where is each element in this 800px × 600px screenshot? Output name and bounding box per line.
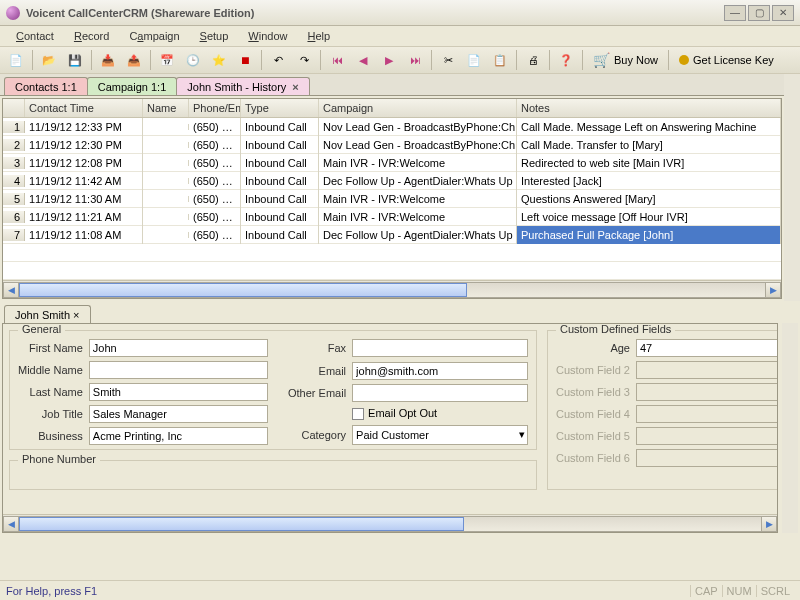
custom4-input[interactable] <box>636 405 778 423</box>
cart-icon: 🛒 <box>593 52 610 68</box>
age-input[interactable] <box>636 339 778 357</box>
col-time[interactable]: Contact Time <box>25 99 143 117</box>
col-type[interactable]: Type <box>241 99 319 117</box>
stop-icon[interactable]: ⏹ <box>233 49 257 71</box>
save-icon[interactable]: 💾 <box>63 49 87 71</box>
menu-help[interactable]: Help <box>299 28 338 44</box>
menu-contact[interactable]: Contact <box>8 28 62 44</box>
email-input[interactable] <box>352 362 528 380</box>
new-icon[interactable]: 📄 <box>4 49 28 71</box>
maximize-button[interactable]: ▢ <box>748 5 770 21</box>
grid-hscroll[interactable]: ◀ ▶ <box>3 280 781 298</box>
close-button[interactable]: ✕ <box>772 5 794 21</box>
fax-label: Fax <box>288 342 346 354</box>
copy-icon[interactable]: 📄 <box>462 49 486 71</box>
table-row[interactable]: 711/19/12 11:08 AM(650) …Inbound CallDec… <box>3 226 781 244</box>
undo-icon[interactable]: ↶ <box>266 49 290 71</box>
detail-hscroll[interactable]: ◀ ▶ <box>3 514 777 532</box>
table-row[interactable]: 111/19/12 12:33 PM(650) …Inbound CallNov… <box>3 118 781 136</box>
upper-tabs: Contacts 1:1 Campaign 1:1 John Smith - H… <box>0 74 784 96</box>
grid-corner <box>3 99 25 117</box>
star-icon[interactable]: ⭐ <box>207 49 231 71</box>
detail-tab[interactable]: John Smith × <box>4 305 91 323</box>
open-icon[interactable]: 📂 <box>37 49 61 71</box>
next-icon[interactable]: ▶ <box>377 49 401 71</box>
menu-campaign[interactable]: Campaign <box>121 28 187 44</box>
col-campaign[interactable]: Campaign <box>319 99 517 117</box>
row-number: 2 <box>3 139 25 151</box>
scroll-right-icon[interactable]: ▶ <box>761 516 777 532</box>
custom-legend: Custom Defined Fields <box>556 323 675 335</box>
col-phone[interactable]: Phone/Em <box>189 99 241 117</box>
prev-icon[interactable]: ◀ <box>351 49 375 71</box>
table-row[interactable]: 611/19/12 11:21 AM(650) …Inbound CallMai… <box>3 208 781 226</box>
fax-input[interactable] <box>352 339 528 357</box>
first-name-input[interactable] <box>89 339 268 357</box>
schedule-icon[interactable]: 📅 <box>155 49 179 71</box>
custom6-input[interactable] <box>636 449 778 467</box>
scroll-thumb[interactable] <box>19 283 467 297</box>
history-grid: Contact Time Name Phone/Em Type Campaign… <box>2 98 782 299</box>
chevron-down-icon: ▾ <box>519 428 525 441</box>
first-name-label: First Name <box>18 342 83 354</box>
scroll-right-icon[interactable]: ▶ <box>765 282 781 298</box>
tab-history[interactable]: John Smith - History× <box>176 77 309 95</box>
detail-vscroll[interactable] <box>782 323 798 533</box>
custom3-input[interactable] <box>636 383 778 401</box>
export-icon[interactable]: 📤 <box>122 49 146 71</box>
cut-icon[interactable]: ✂ <box>436 49 460 71</box>
col-notes[interactable]: Notes <box>517 99 781 117</box>
tab-close-icon[interactable]: × <box>292 81 298 93</box>
toolbar: 📄 📂 💾 📥 📤 📅 🕒 ⭐ ⏹ ↶ ↷ ⏮ ◀ ▶ ⏭ ✂ 📄 📋 🖨 ❓ … <box>0 46 800 74</box>
table-row[interactable]: 411/19/12 11:42 AM(650) …Inbound CallDec… <box>3 172 781 190</box>
grid-empty-row[interactable] <box>3 262 781 280</box>
print-icon[interactable]: 🖨 <box>521 49 545 71</box>
tab-campaign[interactable]: Campaign 1:1 <box>87 77 178 95</box>
scroll-left-icon[interactable]: ◀ <box>3 282 19 298</box>
table-row[interactable]: 211/19/12 12:30 PM(650) …Inbound CallNov… <box>3 136 781 154</box>
upper-vscroll[interactable] <box>784 74 800 301</box>
license-button[interactable]: Get License Key <box>673 54 780 66</box>
row-number: 5 <box>3 193 25 205</box>
other-email-input[interactable] <box>352 384 528 402</box>
menu-record[interactable]: Record <box>66 28 117 44</box>
last-name-input[interactable] <box>89 383 268 401</box>
business-input[interactable] <box>89 427 268 445</box>
app-logo-icon <box>6 6 20 20</box>
timer-icon[interactable]: 🕒 <box>181 49 205 71</box>
middle-name-label: Middle Name <box>18 364 83 376</box>
job-title-input[interactable] <box>89 405 268 423</box>
detail-tabs: John Smith × <box>0 301 800 323</box>
custom2-input[interactable] <box>636 361 778 379</box>
tab-close-icon[interactable]: × <box>73 309 79 321</box>
table-row[interactable]: 511/19/12 11:30 AM(650) …Inbound CallMai… <box>3 190 781 208</box>
import-icon[interactable]: 📥 <box>96 49 120 71</box>
email-label: Email <box>288 365 346 377</box>
buy-now-button[interactable]: 🛒Buy Now <box>587 52 664 68</box>
last-icon[interactable]: ⏭ <box>403 49 427 71</box>
opt-out-checkbox[interactable] <box>352 408 364 420</box>
col-name[interactable]: Name <box>143 99 189 117</box>
category-label: Category <box>288 429 346 441</box>
grid-empty-row[interactable] <box>3 244 781 262</box>
opt-out-row[interactable]: Email Opt Out <box>352 407 528 420</box>
category-select[interactable]: Paid Customer▾ <box>352 425 528 445</box>
scroll-thumb[interactable] <box>19 517 464 531</box>
middle-name-input[interactable] <box>89 361 268 379</box>
num-indicator: NUM <box>722 585 756 597</box>
first-icon[interactable]: ⏮ <box>325 49 349 71</box>
tab-contacts[interactable]: Contacts 1:1 <box>4 77 88 95</box>
menu-setup[interactable]: Setup <box>192 28 237 44</box>
paste-icon[interactable]: 📋 <box>488 49 512 71</box>
minimize-button[interactable]: — <box>724 5 746 21</box>
grid-body[interactable]: 111/19/12 12:33 PM(650) …Inbound CallNov… <box>3 118 781 244</box>
redo-icon[interactable]: ↷ <box>292 49 316 71</box>
opt-out-label: Email Opt Out <box>368 407 437 419</box>
window-title: Voicent CallCenterCRM (Shareware Edition… <box>26 7 254 19</box>
general-fieldset: General First Name Middle Name Last Name… <box>9 330 537 450</box>
table-row[interactable]: 311/19/12 12:08 PM(650) …Inbound CallMai… <box>3 154 781 172</box>
menu-window[interactable]: Window <box>240 28 295 44</box>
custom5-input[interactable] <box>636 427 778 445</box>
scroll-left-icon[interactable]: ◀ <box>3 516 19 532</box>
help-icon[interactable]: ❓ <box>554 49 578 71</box>
